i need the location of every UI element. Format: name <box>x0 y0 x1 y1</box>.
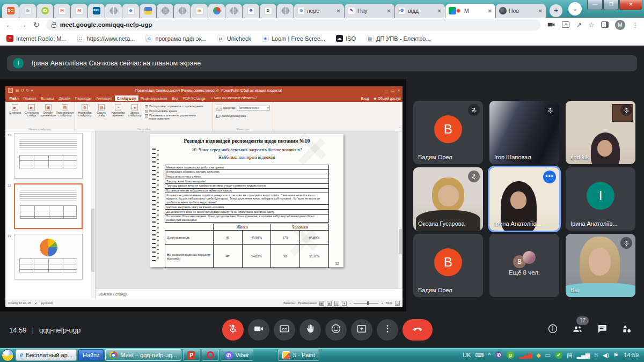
ppt-window-button-2[interactable]: × <box>398 88 400 92</box>
sign-in-button[interactable]: Вход <box>361 97 369 100</box>
tray-utorrent-icon[interactable]: µ <box>507 351 514 359</box>
qat-icon-0[interactable]: ▤ <box>16 88 19 93</box>
taskbar-button-viber[interactable]: ✆Viber <box>221 349 253 361</box>
checkbox[interactable]: ✓ <box>145 110 148 113</box>
camera-button[interactable] <box>248 319 269 341</box>
bookmark-netacad[interactable]: ∷https://www.neta... <box>77 35 135 42</box>
tray-antivirus-icon[interactable]: ◆ <box>536 352 540 358</box>
tile-menu-icon[interactable]: ••• <box>543 171 556 183</box>
pinned-tab-gem[interactable]: ◆ <box>122 4 139 18</box>
zoom-in-icon[interactable]: + <box>381 301 383 305</box>
ppt-window-button-1[interactable]: □ <box>392 88 394 92</box>
ribbon-button[interactable]: ▶ С текущего слайда <box>24 103 40 127</box>
maximize-button[interactable]: ❐ <box>603 0 619 10</box>
captions-button[interactable]: CC <box>274 319 295 341</box>
tray-action-flag-icon[interactable]: ⚑ <box>613 352 619 358</box>
participant-tile[interactable]: Оксана Гусарова <box>413 167 483 231</box>
bookmark-iso[interactable]: ☁ISO <box>336 35 356 42</box>
pinned-tab-globe-3[interactable] <box>174 4 191 18</box>
pinned-tab-bird[interactable]: ❖ <box>243 4 259 18</box>
thumbnails-scrollbar[interactable] <box>91 131 95 299</box>
translate-icon[interactable]: A <box>562 21 569 28</box>
tab-0[interactable]: G пере ✕ <box>294 4 344 18</box>
ribbon-tab-Вид[interactable]: Вид <box>170 95 181 101</box>
end-call-button[interactable] <box>402 319 433 341</box>
pinned-tab-orcid[interactable]: iD <box>36 4 53 18</box>
participant-tile[interactable]: ВВадим Орел <box>413 101 483 164</box>
participant-tile[interactable]: ВВадим Орел <box>413 234 483 297</box>
address-bar[interactable]: meet.google.com/qqq-nefp-ugp <box>46 19 541 31</box>
monitor-dropdown[interactable]: Автоматически▾ <box>237 106 270 110</box>
slide-thumbnail-12[interactable]: 12 <box>14 183 86 229</box>
checkbox[interactable]: ✓ <box>145 105 148 108</box>
profile-avatar[interactable]: M <box>615 20 625 30</box>
ribbon-tab-Главная[interactable]: Главная <box>21 95 39 101</box>
qat-icon-3[interactable]: ▾ <box>31 88 33 93</box>
powerpoint-window-controls[interactable]: —□× <box>385 88 400 92</box>
notes-toggle[interactable]: Заметки <box>283 301 295 305</box>
minimize-button[interactable]: — <box>587 0 603 10</box>
fit-slide-icon[interactable]: ⊡ <box>395 301 400 306</box>
camera-indicator-icon[interactable] <box>547 20 555 29</box>
ribbon-button[interactable]: ◔ Настройка времени <box>110 103 126 127</box>
participant-tile[interactable]: ВЕщё 8 чел. <box>489 234 559 297</box>
info-button[interactable] <box>547 323 558 336</box>
tray-clipboard-icon[interactable]: ▤ <box>567 352 572 358</box>
ribbon-tab-Вставка[interactable]: Вставка <box>39 95 56 101</box>
close-button[interactable]: ✕ <box>619 0 642 10</box>
tab-close-icon[interactable]: ✕ <box>488 8 492 14</box>
activities-button[interactable] <box>621 323 632 336</box>
ribbon-button[interactable]: ⚙ Настройка слайд-шоу <box>77 103 93 127</box>
tray-viber-tray-icon[interactable]: ✆ <box>495 351 502 359</box>
tray-display-icon[interactable]: ▭ <box>545 352 551 358</box>
qat-icon-2[interactable]: ↻ <box>26 88 29 93</box>
participant-tile[interactable]: Ірина Анатоліїв...••• <box>489 167 559 231</box>
slide-thumbnail-11[interactable]: 11 <box>14 133 86 179</box>
bookmark-loom[interactable]: ✳Loom | Free Scree... <box>262 35 325 42</box>
ribbon-tab-PDF-XChange[interactable]: PDF-XChange <box>181 95 208 101</box>
bookmark-unicheck[interactable]: UUnicheck <box>217 35 251 42</box>
share-button[interactable]: ☻ Общий доступ <box>374 97 401 100</box>
browser-menu-icon[interactable]: ⋮ <box>632 21 639 29</box>
bookmark-internet-radio[interactable]: ≈Internet Radio: M... <box>6 35 67 42</box>
normal-view-icon[interactable]: ▣ <box>319 301 324 306</box>
canvas-scrollbar[interactable] <box>398 131 402 289</box>
checkbox[interactable]: ✓ <box>145 114 148 117</box>
ribbon-collapse-icon[interactable]: ⌃ <box>399 126 401 130</box>
participant-tile[interactable]: Вы <box>566 234 635 297</box>
pinned-tab-ieee[interactable]: IEEE <box>88 4 105 18</box>
tab-close-icon[interactable]: ✕ <box>387 8 391 14</box>
taskbar-clock[interactable]: 14:59 <box>624 352 639 358</box>
quick-access-toolbar[interactable]: ▤↺↻▾ <box>16 88 33 93</box>
reading-view-icon[interactable]: ▥ <box>334 301 339 306</box>
taskbar-button-paint[interactable]: 5 - Paint <box>278 349 319 361</box>
pinned-tab-gmail-2[interactable]: M <box>71 4 87 18</box>
tab-close-icon[interactable]: ✕ <box>538 8 543 14</box>
qat-icon-1[interactable]: ↺ <box>21 88 24 93</box>
participant-tile[interactable]: Ігор Шаповал <box>489 101 559 164</box>
language-indicator[interactable]: русский <box>41 301 53 305</box>
forward-icon[interactable]: → <box>19 20 27 29</box>
ribbon-button[interactable]: ▤ Произвольное слайд-шоу <box>57 103 73 127</box>
zoom-level[interactable]: 84% <box>386 301 392 305</box>
comments-toggle[interactable]: Примечания <box>298 301 317 305</box>
tab-close-icon[interactable]: ✕ <box>336 8 341 14</box>
pinned-tab-globe-5[interactable] <box>277 4 294 18</box>
new-tab-button[interactable]: + <box>550 4 562 17</box>
ribbon-button[interactable]: ▣ Онлайн-презентация <box>40 103 56 127</box>
tray-signal-red-icon[interactable]: ▂▄▆ <box>518 352 532 358</box>
checkbox-option[interactable]: ✓ Показывать элементы управления проигры… <box>145 114 209 121</box>
bookmark-star-icon[interactable]: ☆ <box>588 21 595 29</box>
tab-close-icon[interactable]: ✕ <box>437 8 442 14</box>
bookmark-pdf-program[interactable]: Gпрограма пдф эк... <box>145 35 206 42</box>
tab-search-chevron-icon[interactable]: ⌄ <box>568 2 582 16</box>
taskbar-button-internet-explorer[interactable]: eБесплатный ар... <box>16 349 77 361</box>
present-button[interactable] <box>351 319 372 341</box>
pinned-tab-flame[interactable]: ♨ <box>19 4 36 18</box>
pinned-tab-d-letter[interactable]: D <box>260 4 276 18</box>
tray-safety-check-icon[interactable]: ✔ <box>555 351 562 359</box>
pinned-tab-chrome-ring[interactable] <box>208 4 225 18</box>
checkbox-option[interactable]: ✓ Режим докладчика <box>216 115 269 118</box>
participant-tile[interactable]: ІІрина Анатоліїв... <box>566 167 635 231</box>
tray-keyboard-icon[interactable]: ⌨ <box>475 352 484 358</box>
